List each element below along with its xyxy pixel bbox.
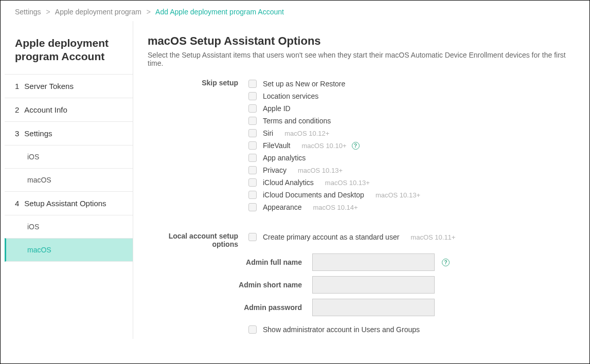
option-siri[interactable]: Siri macOS 10.12+: [248, 127, 579, 139]
option-terms-and-conditions[interactable]: Terms and conditions: [248, 115, 579, 127]
main-content: macOS Setup Assistant Options Select the…: [133, 21, 589, 339]
help-icon[interactable]: ?: [352, 142, 360, 150]
sidebar-subitem-settings-macos[interactable]: macOS: [5, 168, 133, 191]
page-title: macOS Setup Assistant Options: [148, 34, 579, 48]
sidebar-subitem-sao-ios[interactable]: iOS: [5, 215, 133, 238]
option-label: iCloud Analytics: [263, 178, 314, 187]
admin-password-label: Admin password: [148, 303, 312, 312]
option-label: iCloud Documents and Desktop: [263, 191, 364, 199]
checkbox[interactable]: [248, 166, 257, 174]
option-location-services[interactable]: Location services: [248, 90, 579, 102]
option-label: Apple ID: [263, 104, 291, 113]
sidebar-item-account-info[interactable]: 2 Account Info: [5, 98, 133, 121]
sidebar-subitem-sao-macos[interactable]: macOS: [5, 238, 133, 262]
option-label: Privacy: [263, 166, 287, 174]
admin-short-name-input[interactable]: [312, 276, 435, 294]
option-appearance[interactable]: Appearance macOS 10.14+: [248, 201, 579, 213]
sidebar-title: Apple deployment program Account: [5, 31, 133, 74]
breadcrumb: Settings > Apple deployment program > Ad…: [1, 1, 589, 21]
breadcrumb-separator-icon: >: [46, 8, 50, 16]
checkbox[interactable]: [248, 80, 257, 88]
option-label: Appearance: [263, 203, 302, 211]
checkbox[interactable]: [248, 104, 257, 113]
admin-short-name-label: Admin short name: [148, 280, 312, 289]
sidebar-subitem-settings-ios[interactable]: iOS: [5, 145, 133, 168]
skip-setup-options: Set up as New or Restore Location servic…: [248, 78, 579, 213]
admin-full-name-label: Admin full name: [148, 258, 312, 267]
option-app-analytics[interactable]: App analytics: [248, 152, 579, 164]
option-hint: macOS 10.11+: [410, 233, 455, 241]
option-show-admin-account[interactable]: Show administrator account in Users and …: [248, 325, 579, 334]
option-set-up-new-or-restore[interactable]: Set up as New or Restore: [248, 78, 579, 90]
option-hint: macOS 10.12+: [284, 130, 329, 137]
checkbox[interactable]: [248, 203, 257, 211]
checkbox[interactable]: [248, 141, 257, 150]
option-label: Set up as New or Restore: [263, 80, 345, 88]
breadcrumb-settings[interactable]: Settings: [15, 8, 41, 16]
sidebar-item-server-tokens[interactable]: 1 Server Tokens: [5, 74, 133, 98]
breadcrumb-adp[interactable]: Apple deployment program: [55, 8, 141, 16]
breadcrumb-separator-icon: >: [147, 8, 151, 16]
sidebar-item-setup-assistant-options[interactable]: 4 Setup Assistant Options: [5, 191, 133, 215]
sidebar-item-label: Account Info: [24, 105, 67, 114]
option-label: Siri: [263, 129, 273, 137]
option-label: Terms and conditions: [263, 117, 331, 125]
sidebar-item-label: Setup Assistant Options: [24, 199, 106, 208]
option-icloud-documents-desktop[interactable]: iCloud Documents and Desktop macOS 10.13…: [248, 189, 579, 201]
option-filevault[interactable]: FileVault macOS 10.10+ ?: [248, 139, 579, 152]
checkbox[interactable]: [248, 178, 257, 187]
option-label: Location services: [263, 92, 318, 100]
checkbox[interactable]: [248, 325, 257, 334]
step-number: 4: [15, 199, 19, 208]
checkbox[interactable]: [248, 129, 257, 137]
local-account-setup-label: Local account setup options: [148, 231, 248, 248]
skip-setup-label: Skip setup: [148, 78, 248, 87]
admin-password-input[interactable]: [312, 299, 435, 316]
sidebar-item-label: Settings: [24, 129, 52, 138]
option-label: Create primary account as a standard use…: [263, 233, 399, 241]
sidebar: Apple deployment program Account 1 Serve…: [1, 21, 133, 339]
option-hint: macOS 10.13+: [376, 191, 420, 199]
checkbox[interactable]: [248, 117, 257, 125]
option-apple-id[interactable]: Apple ID: [248, 102, 579, 115]
option-privacy[interactable]: Privacy macOS 10.13+: [248, 164, 579, 176]
checkbox[interactable]: [248, 191, 257, 199]
help-icon[interactable]: ?: [442, 259, 450, 266]
checkbox[interactable]: [248, 233, 257, 241]
breadcrumb-add-account: Add Apple deployment program Account: [155, 8, 284, 16]
option-hint: macOS 10.14+: [313, 204, 358, 211]
checkbox[interactable]: [248, 154, 257, 162]
option-hint: macOS 10.13+: [325, 179, 370, 187]
sidebar-item-settings[interactable]: 3 Settings: [5, 121, 133, 145]
option-hint: macOS 10.10+: [301, 142, 346, 150]
option-label: App analytics: [263, 154, 306, 162]
sidebar-item-label: Server Tokens: [24, 82, 74, 90]
option-icloud-analytics[interactable]: iCloud Analytics macOS 10.13+: [248, 176, 579, 189]
step-number: 1: [15, 82, 19, 90]
option-label: Show administrator account in Users and …: [263, 325, 420, 334]
page-subtitle: Select the Setup Assistant items that us…: [148, 51, 579, 67]
step-number: 3: [15, 129, 19, 138]
option-hint: macOS 10.13+: [298, 167, 343, 174]
step-number: 2: [15, 105, 19, 114]
admin-full-name-input[interactable]: [312, 253, 435, 271]
option-label: FileVault: [263, 141, 290, 150]
checkbox[interactable]: [248, 92, 257, 100]
option-create-primary-standard-user[interactable]: Create primary account as a standard use…: [248, 231, 579, 243]
